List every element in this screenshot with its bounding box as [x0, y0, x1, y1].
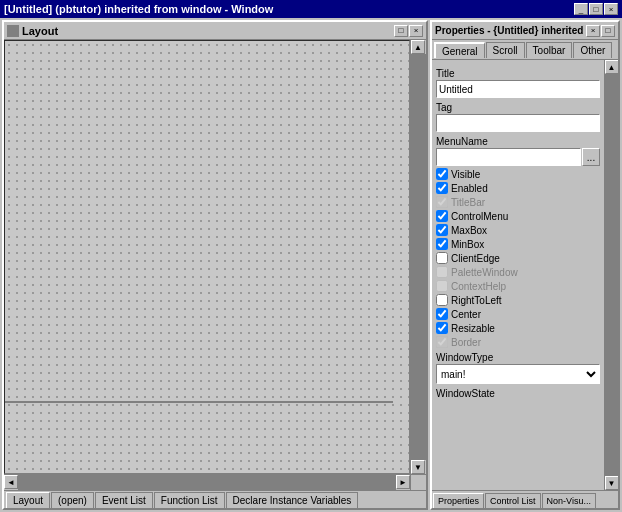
controlmenu-checkbox[interactable]	[436, 210, 448, 222]
prop-content: Title Tag MenuName ... Visible	[432, 60, 604, 490]
contexthelp-checkbox-row: ContextHelp	[436, 280, 600, 292]
menuname-label: MenuName	[436, 136, 600, 147]
prop-main: Title Tag MenuName ... Visible	[432, 60, 618, 490]
controlmenu-checkbox-row: ControlMenu	[436, 210, 600, 222]
border-checkbox[interactable]	[436, 336, 448, 348]
properties-panel-titlebar: Properties - {Untitled} inherited × □	[432, 22, 618, 40]
palettewindow-checkbox-row: PaletteWindow	[436, 266, 600, 278]
palettewindow-checkbox[interactable]	[436, 266, 448, 278]
properties-pin-button[interactable]: ×	[586, 25, 600, 37]
minbox-checkbox-row: MinBox	[436, 238, 600, 250]
righttoleft-checkbox[interactable]	[436, 294, 448, 306]
minbox-checkbox[interactable]	[436, 238, 448, 250]
tag-input[interactable]	[436, 114, 600, 132]
clientedge-checkbox-row: ClientEdge	[436, 252, 600, 264]
layout-panel: Layout □ × ▲ ▼ ◄ ►	[2, 20, 428, 510]
menuname-field-group: ...	[436, 148, 600, 166]
canvas-scroll-right[interactable]: ►	[396, 475, 410, 489]
contexthelp-label: ContextHelp	[451, 281, 506, 292]
layout-maximize-button[interactable]: □	[394, 25, 408, 37]
enabled-label: Enabled	[451, 183, 488, 194]
maxbox-checkbox-row: MaxBox	[436, 224, 600, 236]
canvas-scroll-up[interactable]: ▲	[411, 40, 425, 54]
tab-function-list[interactable]: Function List	[154, 492, 225, 508]
bottom-tabs: Layout (open) Event List Function List D…	[4, 490, 426, 508]
resizable-checkbox[interactable]	[436, 322, 448, 334]
canvas-divider	[5, 401, 393, 403]
contexthelp-checkbox[interactable]	[436, 280, 448, 292]
title-input[interactable]	[436, 80, 600, 98]
menuname-browse-button[interactable]: ...	[582, 148, 600, 166]
right-bottom-tabs: Properties Control List Non-Visu...	[432, 490, 618, 508]
maxbox-checkbox[interactable]	[436, 224, 448, 236]
clientedge-label: ClientEdge	[451, 253, 500, 264]
enabled-checkbox[interactable]	[436, 182, 448, 194]
layout-title-text: Layout	[22, 25, 58, 37]
tab-toolbar[interactable]: Toolbar	[526, 42, 573, 58]
layout-panel-titlebar: Layout □ ×	[4, 22, 426, 40]
properties-panel-title: Properties - {Untitled} inherited	[435, 25, 583, 36]
tab-properties-bottom[interactable]: Properties	[433, 493, 484, 508]
canvas-scroll-down[interactable]: ▼	[411, 460, 425, 474]
tab-declare-instance[interactable]: Declare Instance Variables	[226, 492, 359, 508]
canvas-hscroll-track	[18, 475, 396, 490]
resizable-label: Resizable	[451, 323, 495, 334]
clientedge-checkbox[interactable]	[436, 252, 448, 264]
tab-general[interactable]: General	[434, 42, 485, 58]
properties-close-button[interactable]: □	[601, 25, 615, 37]
tab-control-list[interactable]: Control List	[485, 493, 541, 508]
palettewindow-label: PaletteWindow	[451, 267, 518, 278]
menuname-input[interactable]	[436, 148, 581, 166]
windowstate-label: WindowState	[436, 388, 600, 399]
properties-panel-buttons: × □	[586, 25, 615, 37]
minimize-button[interactable]: _	[574, 3, 588, 15]
canvas-vscroll[interactable]: ▲ ▼	[410, 40, 426, 474]
visible-checkbox-row: Visible	[436, 168, 600, 180]
titlebar-label: TitleBar	[451, 197, 485, 208]
titlebar-checkbox-row: TitleBar	[436, 196, 600, 208]
title-bar-text: [Untitled] (pbtutor) inherited from wind…	[4, 3, 273, 15]
close-button[interactable]: ×	[604, 3, 618, 15]
maxbox-label: MaxBox	[451, 225, 487, 236]
canvas-hscroll[interactable]: ◄ ►	[4, 474, 410, 490]
windowtype-label: WindowType	[436, 352, 600, 363]
layout-panel-buttons: □ ×	[394, 25, 423, 37]
righttoleft-label: RightToLeft	[451, 295, 502, 306]
resizable-checkbox-row: Resizable	[436, 322, 600, 334]
controlmenu-label: ControlMenu	[451, 211, 508, 222]
property-tabs: General Scroll Toolbar Other	[432, 40, 618, 58]
title-bar-buttons: _ □ ×	[574, 3, 618, 15]
layout-canvas[interactable]	[4, 40, 410, 474]
tab-scroll[interactable]: Scroll	[486, 42, 525, 58]
title-label: Title	[436, 68, 600, 79]
properties-panel: Properties - {Untitled} inherited × □ Ge…	[430, 20, 620, 510]
tab-other[interactable]: Other	[573, 42, 612, 58]
canvas-scroll-left[interactable]: ◄	[4, 475, 18, 489]
scroll-corner	[410, 474, 426, 490]
canvas-vscroll-track	[411, 54, 426, 460]
enabled-checkbox-row: Enabled	[436, 182, 600, 194]
tab-open[interactable]: (open)	[51, 492, 94, 508]
prop-scroll-down[interactable]: ▼	[605, 476, 619, 490]
border-label: Border	[451, 337, 481, 348]
tab-layout[interactable]: Layout	[6, 492, 50, 508]
prop-scroll-up[interactable]: ▲	[605, 60, 619, 74]
border-checkbox-row: Border	[436, 336, 600, 348]
titlebar-checkbox[interactable]	[436, 196, 448, 208]
tab-non-visual[interactable]: Non-Visu...	[542, 493, 596, 508]
maximize-button[interactable]: □	[589, 3, 603, 15]
righttoleft-checkbox-row: RightToLeft	[436, 294, 600, 306]
main-area: Layout □ × ▲ ▼ ◄ ►	[0, 18, 622, 512]
title-bar: [Untitled] (pbtutor) inherited from wind…	[0, 0, 622, 18]
tab-event-list[interactable]: Event List	[95, 492, 153, 508]
visible-checkbox[interactable]	[436, 168, 448, 180]
layout-close-button[interactable]: ×	[409, 25, 423, 37]
prop-vscroll[interactable]: ▲ ▼	[604, 60, 618, 490]
minbox-label: MinBox	[451, 239, 484, 250]
visible-label: Visible	[451, 169, 480, 180]
tag-label: Tag	[436, 102, 600, 113]
prop-scroll-track	[605, 74, 619, 476]
center-checkbox-row: Center	[436, 308, 600, 320]
windowtype-select[interactable]: main! child! popup! response! mdi!	[436, 364, 600, 384]
center-checkbox[interactable]	[436, 308, 448, 320]
